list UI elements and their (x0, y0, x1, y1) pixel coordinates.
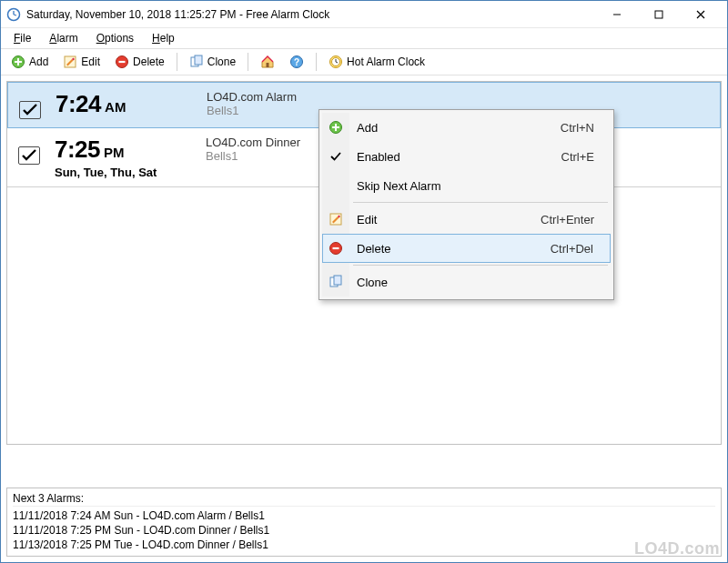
title-bar: Saturday, November 10, 2018 11:25:27 PM … (1, 1, 727, 28)
ctx-clone[interactable]: Clone (322, 267, 611, 297)
app-clock-icon (6, 7, 21, 22)
delete-icon (115, 55, 129, 69)
next-alarms-title: Next 3 Alarms: (13, 492, 715, 507)
app-window: Saturday, November 10, 2018 11:25:27 PM … (0, 0, 728, 563)
clone-icon (329, 275, 343, 289)
next-alarm-line: 11/11/2018 7:25 PM Sun - LO4D.com Dinner… (13, 523, 715, 538)
alarm-name: LO4D.com Alarm (207, 90, 709, 104)
toolbar-add-button[interactable]: Add (5, 52, 55, 72)
context-menu-separator (353, 265, 608, 266)
toolbar-edit-label: Edit (81, 55, 100, 68)
context-menu: Add Ctrl+N Enabled Ctrl+E Skip Next Alar… (318, 109, 614, 300)
hot-clock-icon (329, 55, 343, 69)
ctx-delete[interactable]: Delete Ctrl+Del (322, 234, 611, 263)
alarm-time-block: 7:24AM (56, 90, 192, 120)
ctx-enabled[interactable]: Enabled Ctrl+E (322, 142, 611, 171)
context-menu-separator (353, 202, 608, 203)
menu-bar: File Alarm Options Help (1, 28, 727, 48)
ctx-delete-label: Delete (357, 242, 391, 256)
delete-icon (329, 241, 343, 256)
menu-help[interactable]: Help (143, 30, 184, 46)
ctx-clone-label: Clone (357, 276, 388, 289)
ctx-enabled-label: Enabled (357, 150, 400, 164)
add-icon (329, 120, 343, 135)
svg-rect-4 (655, 11, 662, 18)
ctx-add-label: Add (357, 121, 378, 135)
alarm-days: Sun, Tue, Thu, Sat (55, 166, 191, 179)
check-icon (329, 149, 343, 164)
toolbar-separator (316, 53, 317, 71)
toolbar-add-label: Add (29, 55, 48, 68)
window-title: Saturday, November 10, 2018 11:25:27 PM … (26, 8, 596, 21)
toolbar-separator (248, 53, 248, 71)
alarm-time-block: 7:25PM Sun, Tue, Thu, Sat (55, 136, 191, 179)
toolbar-clone-label: Clone (207, 55, 236, 68)
alarm-enabled-checkbox[interactable] (18, 146, 40, 165)
maximize-button[interactable] (638, 1, 680, 28)
next-alarm-line: 11/13/2018 7:25 PM Tue - LO4D.com Dinner… (13, 538, 715, 552)
help-icon: ? (289, 55, 304, 69)
ctx-skip[interactable]: Skip Next Alarm (322, 171, 611, 200)
svg-rect-15 (267, 63, 269, 67)
toolbar-home-button[interactable] (254, 52, 281, 72)
close-button[interactable] (680, 1, 722, 28)
edit-icon (63, 55, 77, 69)
svg-rect-14 (195, 55, 202, 65)
alarm-ampm: AM (105, 99, 126, 115)
toolbar-help-button[interactable]: ? (283, 52, 310, 72)
toolbar-hot-button[interactable]: Hot Alarm Clock (322, 52, 431, 72)
add-icon (11, 55, 25, 69)
alarm-time: 7:24 (56, 90, 101, 117)
minimize-button[interactable] (596, 1, 638, 28)
ctx-edit-shortcut: Ctrl+Enter (541, 213, 602, 226)
toolbar: Add Edit Delete Clone ? Hot Alarm Clock (1, 48, 727, 75)
next-alarm-line: 11/11/2018 7:24 AM Sun - LO4D.com Alarm … (13, 508, 715, 523)
ctx-add-shortcut: Ctrl+N (561, 121, 602, 135)
toolbar-edit-button[interactable]: Edit (56, 52, 106, 72)
menu-options[interactable]: Options (87, 30, 143, 46)
window-controls (596, 1, 722, 28)
ctx-enabled-shortcut: Ctrl+E (561, 150, 602, 164)
ctx-add[interactable]: Add Ctrl+N (322, 113, 611, 142)
alarm-time: 7:25 (55, 136, 100, 163)
next-alarms-panel: Next 3 Alarms: 11/11/2018 7:24 AM Sun - … (6, 488, 722, 557)
menu-alarm[interactable]: Alarm (40, 30, 86, 46)
menu-file[interactable]: File (5, 30, 40, 46)
ctx-edit-label: Edit (357, 213, 377, 226)
ctx-delete-shortcut: Ctrl+Del (551, 242, 601, 256)
svg-text:?: ? (294, 57, 299, 67)
home-icon (260, 55, 275, 69)
ctx-edit[interactable]: Edit Ctrl+Enter (322, 205, 611, 234)
edit-icon (329, 212, 343, 226)
ctx-skip-label: Skip Next Alarm (357, 179, 440, 193)
alarm-ampm: PM (104, 145, 125, 160)
toolbar-hot-label: Hot Alarm Clock (347, 55, 425, 68)
alarm-enabled-checkbox[interactable] (19, 101, 41, 119)
toolbar-delete-button[interactable]: Delete (108, 52, 171, 72)
clone-icon (189, 55, 204, 69)
toolbar-separator (177, 53, 177, 71)
toolbar-delete-label: Delete (133, 55, 165, 68)
svg-rect-29 (334, 276, 341, 285)
toolbar-clone-button[interactable]: Clone (183, 52, 242, 72)
